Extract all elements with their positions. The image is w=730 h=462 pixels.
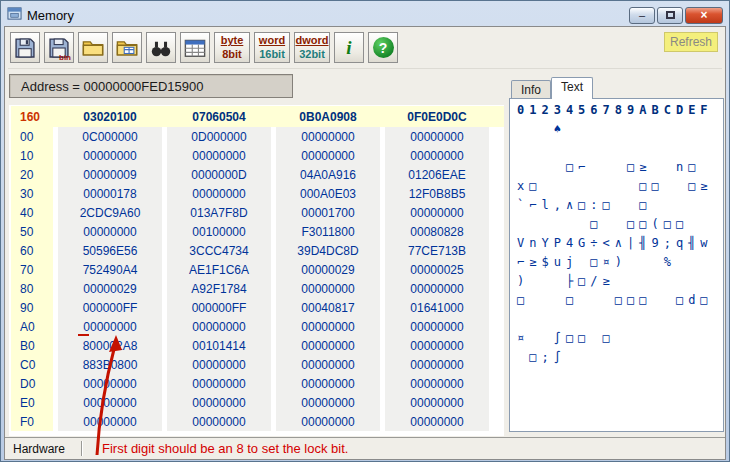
memory-cell-70-0[interactable]: 752490A4: [58, 260, 162, 279]
memory-window: Memory – × bin: [0, 0, 730, 462]
memory-cell-D0-0[interactable]: 00000000: [58, 374, 162, 393]
memory-cell-80-0[interactable]: 00000029: [58, 279, 162, 298]
open-folder-icon: [82, 37, 104, 59]
memory-row-40: 402CDC9A60013A7F8D0000170000000000: [11, 203, 504, 222]
memory-cell-E0-2[interactable]: 00000000: [276, 393, 380, 412]
column-header-3: 0F0E0D0C: [385, 106, 489, 127]
toolbar: bin byte 8bit word 16bit d: [8, 29, 722, 69]
memory-cell-00-0[interactable]: 0C000000: [58, 127, 162, 146]
memory-cell-B0-2[interactable]: 00000000: [276, 336, 380, 355]
save-button[interactable]: [10, 32, 40, 63]
memory-cell-F0-0[interactable]: 00000000: [58, 412, 162, 431]
memory-cell-00-1[interactable]: 0D000000: [167, 127, 271, 146]
close-button[interactable]: ×: [685, 7, 723, 24]
memory-cell-80-2[interactable]: 00000000: [276, 279, 380, 298]
memory-cell-60-1[interactable]: 3CCC4734: [167, 241, 271, 260]
table-view-button[interactable]: [180, 32, 210, 63]
titlebar[interactable]: Memory – ×: [4, 4, 726, 26]
memory-cell-A0-1[interactable]: 00000000: [167, 317, 271, 336]
memory-cell-90-2[interactable]: 00040817: [276, 298, 380, 317]
memory-cell-10-0[interactable]: 00000000: [58, 146, 162, 165]
memory-cell-60-3[interactable]: 77CE713B: [385, 241, 489, 260]
memory-cell-A0-2[interactable]: 00000000: [276, 317, 380, 336]
info-button[interactable]: i: [334, 32, 364, 63]
tab-info[interactable]: Info: [511, 80, 551, 99]
memory-cell-90-3[interactable]: 01641000: [385, 298, 489, 317]
memory-cell-E0-1[interactable]: 00000000: [167, 393, 271, 412]
16bit-label: 16bit: [259, 48, 285, 61]
row-offset-label-30: 30: [11, 184, 53, 203]
memory-cell-C0-3[interactable]: 00000000: [385, 355, 489, 374]
memory-cell-F0-2[interactable]: 00000000: [276, 412, 380, 431]
memory-cell-00-3[interactable]: 00000000: [385, 127, 489, 146]
memory-cell-D0-2[interactable]: 00000000: [276, 374, 380, 393]
row-offset-label-A0: A0: [11, 317, 53, 336]
memory-cell-B0-1[interactable]: 00101414: [167, 336, 271, 355]
save-binary-button[interactable]: bin: [44, 32, 74, 63]
memory-cell-10-2[interactable]: 00000000: [276, 146, 380, 165]
memory-cell-90-0[interactable]: 000000FF: [58, 298, 162, 317]
corner-cell: 160: [11, 106, 53, 127]
memory-cell-20-2[interactable]: 04A0A916: [276, 165, 380, 184]
memory-row-10: 1000000000000000000000000000000000: [11, 146, 504, 165]
memory-cell-90-1[interactable]: 000000FF: [167, 298, 271, 317]
memory-cell-80-3[interactable]: 00000000: [385, 279, 489, 298]
memory-cell-40-1[interactable]: 013A7F8D: [167, 203, 271, 222]
memory-cell-70-2[interactable]: 00000029: [276, 260, 380, 279]
memory-cell-10-1[interactable]: 00000000: [167, 146, 271, 165]
info-icon: i: [346, 38, 351, 57]
open-file-button[interactable]: [78, 32, 108, 63]
save-icon: [14, 37, 36, 59]
memory-cell-20-1[interactable]: 0000000D: [167, 165, 271, 184]
memory-row-60: 6050596E563CCC473439D4DC8D77CE713B: [11, 241, 504, 260]
memory-cell-F0-3[interactable]: 00000000: [385, 412, 489, 431]
refresh-button[interactable]: Refresh: [664, 32, 718, 52]
memory-cell-00-2[interactable]: 00000000: [276, 127, 380, 146]
text-line-8: ) ├□/≥: [517, 272, 723, 291]
memory-cell-60-0[interactable]: 50596E56: [58, 241, 162, 260]
memory-cell-50-0[interactable]: 00000000: [58, 222, 162, 241]
memory-cell-70-3[interactable]: 00000025: [385, 260, 489, 279]
panel-tabs: Info Text: [511, 77, 593, 99]
memory-cell-50-2[interactable]: F3011800: [276, 222, 380, 241]
memory-cell-50-1[interactable]: 00100000: [167, 222, 271, 241]
word-view-button[interactable]: word 16bit: [254, 32, 290, 63]
memory-cell-B0-0[interactable]: 800002A8: [58, 336, 162, 355]
memory-cell-30-3[interactable]: 12F0B8B5: [385, 184, 489, 203]
memory-cell-E0-0[interactable]: 00000000: [58, 393, 162, 412]
memory-cell-E0-3[interactable]: 00000000: [385, 393, 489, 412]
memory-cell-C0-0[interactable]: 883B0800: [58, 355, 162, 374]
folder-table-button[interactable]: [112, 32, 142, 63]
minimize-button[interactable]: –: [629, 7, 655, 24]
memory-cell-70-1[interactable]: AE1F1C6A: [167, 260, 271, 279]
memory-cell-D0-1[interactable]: 00000000: [167, 374, 271, 393]
memory-cell-30-0[interactable]: 00000178: [58, 184, 162, 203]
find-button[interactable]: [146, 32, 176, 63]
memory-cell-30-1[interactable]: 00000000: [167, 184, 271, 203]
memory-cell-30-2[interactable]: 000A0E03: [276, 184, 380, 203]
memory-cell-60-2[interactable]: 39D4DC8D: [276, 241, 380, 260]
memory-cell-40-3[interactable]: 00000000: [385, 203, 489, 222]
memory-cell-B0-3[interactable]: 00000000: [385, 336, 489, 355]
memory-cell-20-0[interactable]: 00000009: [58, 165, 162, 184]
memory-row-80: 8000000029A92F17840000000000000000: [11, 279, 504, 298]
maximize-button[interactable]: [657, 7, 683, 24]
memory-cell-C0-1[interactable]: 00000000: [167, 355, 271, 374]
text-line-6: VnYP4G÷<∧|╢9;q╢w: [517, 234, 723, 253]
memory-cell-20-3[interactable]: 01206EAE: [385, 165, 489, 184]
memory-cell-C0-2[interactable]: 00000000: [276, 355, 380, 374]
memory-cell-80-1[interactable]: A92F1784: [167, 279, 271, 298]
dword-view-button[interactable]: dword 32bit: [294, 32, 330, 63]
memory-cell-50-3[interactable]: 00080828: [385, 222, 489, 241]
memory-cell-A0-0[interactable]: 00000000: [58, 317, 162, 336]
memory-cell-A0-3[interactable]: 00000000: [385, 317, 489, 336]
memory-cell-40-2[interactable]: 00001700: [276, 203, 380, 222]
folder-table-icon: [116, 37, 138, 59]
memory-cell-F0-1[interactable]: 00000000: [167, 412, 271, 431]
memory-cell-10-3[interactable]: 00000000: [385, 146, 489, 165]
byte-view-button[interactable]: byte 8bit: [214, 32, 250, 63]
memory-cell-D0-3[interactable]: 00000000: [385, 374, 489, 393]
memory-cell-40-0[interactable]: 2CDC9A60: [58, 203, 162, 222]
tab-text[interactable]: Text: [551, 77, 593, 99]
help-button[interactable]: ?: [368, 32, 398, 63]
